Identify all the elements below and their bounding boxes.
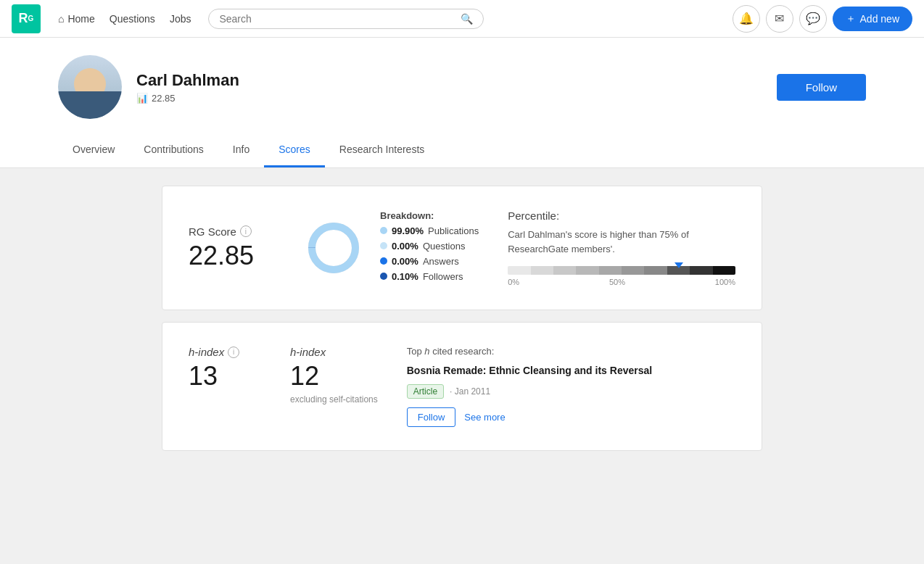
hindex-info-icon[interactable]: i	[228, 347, 239, 358]
donut-section: Breakdown: 99.90% Publications 0.00% Que…	[305, 210, 479, 286]
profile-score: 📊 22.85	[136, 93, 762, 104]
tab-contributions[interactable]: Contributions	[129, 133, 218, 167]
hindex-card-content: h-index i 13 h-index 12 excluding self-c…	[189, 346, 735, 427]
article-badge: Article	[407, 384, 444, 399]
percentile-description: Carl Dahlman's score is higher than 75% …	[508, 228, 735, 256]
percentile-labels: 0% 50% 100%	[508, 278, 735, 286]
bell-icon: 🔔	[739, 12, 754, 25]
bar-seg-4	[576, 266, 598, 275]
profile-header: Carl Dahlman 📊 22.85 Follow Overview Con…	[0, 38, 924, 168]
chat-button[interactable]: 💬	[799, 5, 827, 33]
donut-chart	[305, 219, 363, 277]
tab-scores[interactable]: Scores	[264, 133, 325, 167]
top-cited-section: Top h cited research: Bosnia Remade: Eth…	[407, 346, 735, 427]
hindex-secondary-sub: excluding self-citations	[290, 394, 378, 405]
top-cited-paper-title: Bosnia Remade: Ethnic Cleansing and its …	[407, 364, 735, 378]
rg-score-left: RG Score i 22.85	[189, 225, 276, 271]
logo-superscript: G	[28, 14, 34, 22]
bar-seg-3	[553, 266, 576, 275]
tab-research-interests[interactable]: Research Interests	[325, 133, 440, 167]
envelope-icon: ✉	[775, 12, 784, 25]
follow-profile-button[interactable]: Follow	[777, 74, 866, 101]
questions-dot	[380, 242, 387, 249]
nav-actions: 🔔 ✉ 💬 ＋ Add new	[733, 5, 912, 33]
percentile-title: Percentile:	[508, 210, 735, 222]
profile-name: Carl Dahlman	[136, 71, 762, 90]
nav-home[interactable]: ⌂ Home	[58, 13, 95, 25]
bar-seg-5	[599, 266, 622, 275]
percentile-section: Percentile: Carl Dahlman's score is high…	[508, 210, 735, 286]
search-icon: 🔍	[461, 13, 473, 25]
hindex-card: h-index i 13 h-index 12 excluding self-c…	[162, 322, 762, 451]
rg-score-info-icon[interactable]: i	[240, 225, 252, 237]
home-icon: ⌂	[58, 13, 64, 25]
breakdown-title: Breakdown:	[380, 210, 479, 221]
add-new-button[interactable]: ＋ Add new	[833, 7, 912, 31]
nav-links: ⌂ Home Questions Jobs	[58, 13, 191, 25]
messages-button[interactable]: ✉	[766, 5, 793, 33]
profile-top: Carl Dahlman 📊 22.85 Follow	[58, 55, 866, 133]
followers-dot	[380, 273, 387, 280]
nav-jobs[interactable]: Jobs	[170, 13, 191, 25]
hindex-secondary-label: h-index	[290, 346, 378, 358]
profile-info: Carl Dahlman 📊 22.85	[136, 71, 762, 104]
paper-meta: Article · Jan 2011	[407, 384, 735, 399]
bar-seg-7	[644, 266, 667, 275]
bar-seg-10	[713, 266, 735, 275]
rg-score-card: RG Score i 22.85	[162, 186, 762, 310]
percentile-marker	[675, 262, 683, 268]
hindex-secondary-value: 12	[290, 361, 378, 391]
hindex-secondary-col: h-index 12 excluding self-citations	[290, 346, 378, 405]
marker-triangle	[675, 262, 683, 268]
breakdown-questions: 0.00% Questions	[380, 241, 479, 252]
hindex-primary-value: 13	[189, 361, 261, 391]
search-input[interactable]	[219, 13, 461, 25]
publications-dot	[380, 227, 387, 234]
bar-seg-6	[622, 266, 644, 275]
paper-actions: Follow See more	[407, 407, 735, 427]
main-content: RG Score i 22.85	[150, 186, 774, 451]
bar-seg-1	[508, 266, 530, 275]
hindex-primary-label: h-index i	[189, 346, 261, 358]
percentile-bar	[508, 266, 735, 275]
logo: RG	[12, 4, 41, 33]
avatar	[58, 55, 122, 119]
top-cited-title: Top h cited research:	[407, 346, 735, 357]
notifications-button[interactable]: 🔔	[733, 5, 760, 33]
comment-icon: 💬	[806, 12, 820, 25]
hindex-primary-col: h-index i 13	[189, 346, 261, 391]
rg-score-label: RG Score i	[189, 225, 276, 238]
tab-info[interactable]: Info	[218, 133, 264, 167]
bar-seg-2	[531, 266, 553, 275]
breakdown-publications: 99.90% Publications	[380, 225, 479, 236]
profile-tabs: Overview Contributions Info Scores Resea…	[58, 133, 866, 167]
top-navigation: RG ⌂ Home Questions Jobs 🔍 🔔 ✉ 💬 ＋ Add n…	[0, 0, 924, 38]
follow-paper-button[interactable]: Follow	[407, 407, 456, 427]
see-more-link[interactable]: See more	[464, 412, 505, 423]
breakdown-followers: 0.10% Followers	[380, 271, 479, 282]
plus-icon: ＋	[846, 12, 856, 25]
percentile-bar-wrap	[508, 266, 735, 275]
rg-score-value: 22.85	[189, 241, 276, 271]
rg-score-content: RG Score i 22.85	[189, 210, 735, 286]
paper-date: · Jan 2011	[450, 386, 490, 397]
nav-questions[interactable]: Questions	[110, 13, 155, 25]
breakdown-list: Breakdown: 99.90% Publications 0.00% Que…	[380, 210, 479, 286]
search-bar: 🔍	[208, 9, 484, 29]
answers-dot	[380, 257, 387, 265]
bar-seg-9	[690, 266, 712, 275]
breakdown-answers: 0.00% Answers	[380, 256, 479, 267]
tab-overview[interactable]: Overview	[58, 133, 129, 167]
score-bars-icon: 📊	[136, 93, 148, 104]
svg-point-1	[312, 226, 355, 270]
